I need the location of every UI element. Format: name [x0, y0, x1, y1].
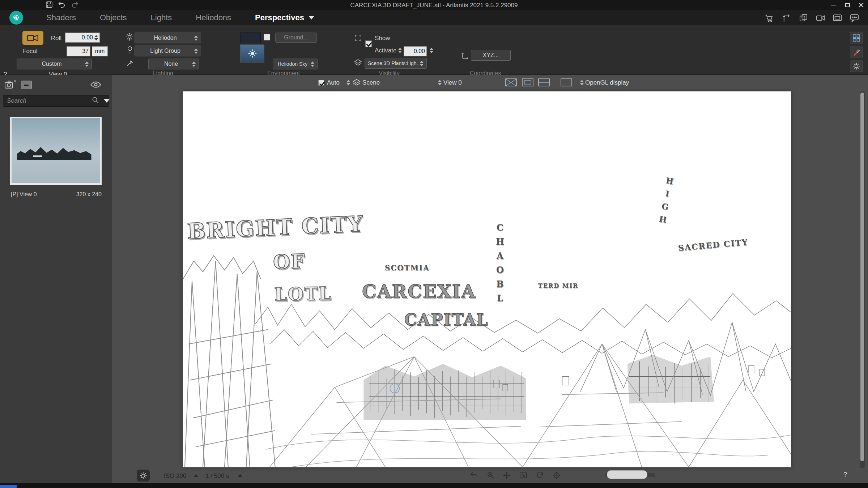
- tab-objects[interactable]: Objects: [100, 13, 127, 22]
- remove-view-button[interactable]: [21, 81, 32, 89]
- main-nav-bar: Shaders Objects Lights Heliodons Perspec…: [0, 10, 868, 25]
- back-tool-icon[interactable]: [470, 471, 478, 481]
- ground-checkbox[interactable]: [264, 34, 270, 40]
- auto-label: Auto: [327, 79, 340, 86]
- pan-tool-icon[interactable]: [502, 471, 511, 481]
- catalog-cart-icon[interactable]: [765, 13, 774, 23]
- display-mode-shaded-icon[interactable]: [522, 78, 534, 88]
- tab-lights[interactable]: Lights: [151, 13, 172, 22]
- ground-button[interactable]: Ground...: [275, 33, 317, 43]
- selection-area-icon: [355, 35, 361, 41]
- scene-label: Scene: [362, 79, 380, 86]
- display-frame-icon[interactable]: [833, 13, 842, 23]
- show-checkbox[interactable]: [365, 40, 372, 47]
- activate-value-input[interactable]: 0.00: [404, 46, 427, 56]
- roll-input[interactable]: 0.00: [65, 33, 100, 43]
- render-settings-button[interactable]: [850, 32, 863, 44]
- neon-select[interactable]: None: [148, 59, 199, 69]
- sky-preview-swatch[interactable]: [240, 44, 264, 63]
- heliodon-select[interactable]: Heliodon: [135, 33, 201, 43]
- sun-icon: [125, 33, 134, 43]
- ground-color-swatch[interactable]: [240, 33, 261, 43]
- show-label: Show: [375, 35, 390, 42]
- camera-icon[interactable]: [816, 13, 825, 23]
- iso-value: ISO 200: [164, 472, 186, 480]
- viewport-scrollbar[interactable]: [860, 91, 865, 468]
- layers-icon: [354, 59, 362, 68]
- progress-chip: [0, 485, 17, 488]
- tab-perspectives[interactable]: Perspectives: [255, 13, 314, 22]
- scene-layer-select[interactable]: Scene:3D Plants:Ligh...: [365, 58, 427, 69]
- zoom-tool-icon[interactable]: [486, 471, 495, 481]
- grid-icon: [852, 34, 860, 42]
- view-stepper[interactable]: [438, 80, 442, 85]
- shutter-stepper-icon[interactable]: [238, 474, 242, 477]
- light-group-select[interactable]: Light Group: [135, 46, 201, 56]
- scene-text-scotmia: SCOTMIA: [385, 264, 430, 272]
- roll-label: Roll: [36, 35, 61, 42]
- view-thumbnail[interactable]: [10, 117, 102, 185]
- add-camera-icon[interactable]: [4, 79, 17, 91]
- duplicate-icon[interactable]: [799, 13, 808, 23]
- search-input[interactable]: [3, 97, 92, 104]
- tab-heliodons[interactable]: Heliodons: [196, 13, 231, 22]
- zoom-slider-thumb[interactable]: [607, 470, 647, 479]
- auto-checkbox[interactable]: [318, 80, 324, 86]
- search-filter-icon[interactable]: [104, 99, 110, 103]
- display-mode-wire-icon[interactable]: [505, 78, 517, 88]
- window-title: CARCEXIA 3D DRAFT_JUNE.atl - Artlantis 2…: [0, 2, 868, 9]
- fit-view-tool-icon[interactable]: [519, 471, 528, 481]
- view-selector-label[interactable]: View 0: [443, 79, 462, 86]
- target-tool-icon[interactable]: [552, 471, 561, 481]
- preferences-button[interactable]: [850, 60, 863, 72]
- minimize-button[interactable]: [827, 0, 841, 10]
- thumbnail-landscape: [17, 144, 92, 160]
- scene-text-lotl: LOTL: [274, 283, 332, 305]
- paint-tool-button[interactable]: [850, 46, 863, 58]
- roll-stepper[interactable]: [94, 35, 98, 40]
- scene-text-of: OF: [273, 249, 306, 274]
- scene-text-chaobl: CHAOBL: [495, 222, 505, 307]
- title-bar: CARCEXIA 3D DRAFT_JUNE.atl - Artlantis 2…: [0, 0, 868, 10]
- close-button[interactable]: [854, 0, 868, 10]
- help-corner-button[interactable]: ?: [843, 471, 847, 479]
- focal-unit-box: mm: [92, 46, 108, 56]
- gear-icon: [139, 472, 147, 480]
- activate-stepper-left[interactable]: [398, 48, 402, 53]
- display-mode-label[interactable]: OpenGL display: [585, 79, 629, 86]
- display-stepper[interactable]: [580, 80, 584, 85]
- auto-stepper[interactable]: [346, 80, 350, 85]
- iso-stepper-icon[interactable]: [194, 474, 198, 477]
- activate-stepper-right[interactable]: [430, 48, 433, 53]
- sky-type-select[interactable]: Heliodon Sky: [273, 59, 318, 69]
- eye-icon[interactable]: [90, 80, 101, 91]
- camera-preset-select[interactable]: Custom: [17, 59, 92, 69]
- maximize-button[interactable]: [841, 0, 854, 10]
- scrollbar-thumb[interactable]: [860, 93, 864, 461]
- move-axes-icon[interactable]: [782, 13, 791, 23]
- display-mode-split-icon[interactable]: [538, 78, 550, 88]
- artlantis-logo-icon[interactable]: [9, 11, 23, 25]
- thumbnail-size: 320 x 240: [54, 191, 102, 198]
- preview-viewport[interactable]: BRIGHT CITY OF LOTL CARCEXIA CAPITAL SCO…: [183, 91, 791, 467]
- preset-stepper-icon: [85, 61, 89, 67]
- scene-text-capital: CAPITAL: [404, 311, 488, 329]
- gear-icon: [852, 62, 860, 70]
- search-box: [3, 95, 109, 107]
- search-icon: [92, 96, 99, 106]
- comment-dialog-icon[interactable]: [850, 13, 859, 23]
- xyz-button[interactable]: XYZ...: [471, 50, 511, 61]
- views-panel: [P] View 0 320 x 240: [0, 75, 112, 483]
- scene-text-carcexia: CARCEXIA: [362, 281, 476, 302]
- tab-shaders[interactable]: Shaders: [46, 13, 76, 22]
- render-parameters-button[interactable]: [137, 470, 150, 481]
- sky-sun-icon: [247, 48, 258, 59]
- canvas-area: Auto Scene View 0 OpenGL display: [112, 75, 868, 483]
- focal-input[interactable]: 37: [67, 46, 90, 56]
- wireframe-scene: [183, 91, 791, 467]
- bottom-status-strip: [0, 483, 868, 488]
- application-window: CARCEXIA 3D DRAFT_JUNE.atl - Artlantis 2…: [0, 0, 868, 488]
- refresh-tool-icon[interactable]: [536, 471, 544, 481]
- display-mode-full-icon[interactable]: [560, 78, 573, 88]
- thumbnail-highlight: [33, 155, 42, 157]
